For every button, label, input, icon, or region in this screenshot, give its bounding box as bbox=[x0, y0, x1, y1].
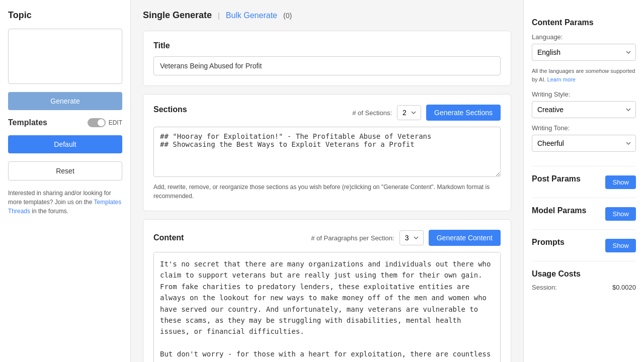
edit-toggle[interactable]: EDIT bbox=[88, 118, 122, 127]
bulk-generate-link[interactable]: Bulk Generate bbox=[226, 11, 277, 20]
main-content: Single Generate | Bulk Generate (0) Titl… bbox=[131, 0, 523, 362]
title-section-label: Title bbox=[153, 41, 501, 50]
toggle-switch[interactable] bbox=[88, 118, 106, 127]
sections-controls: # of Sections: 2 1 3 4 5 Generate Sectio… bbox=[352, 105, 501, 121]
title-input[interactable] bbox=[153, 56, 501, 75]
session-usage-row: Session: $0.0020 bbox=[532, 284, 636, 291]
language-label: Language: bbox=[532, 33, 636, 41]
right-panel: Content Params Language: English Spanish… bbox=[523, 0, 644, 362]
default-template-button[interactable]: Default bbox=[8, 135, 122, 153]
language-select[interactable]: English Spanish French German bbox=[532, 44, 636, 61]
paragraphs-label: # of Paragraphs per Section: bbox=[311, 234, 394, 242]
paragraphs-select[interactable]: 3 1 2 4 5 bbox=[399, 230, 424, 245]
templates-header: Templates EDIT bbox=[8, 118, 122, 127]
sections-card: Sections # of Sections: 2 1 3 4 5 Genera… bbox=[143, 94, 511, 211]
num-sections-label: # of Sections: bbox=[352, 109, 392, 117]
num-sections-select[interactable]: 2 1 3 4 5 bbox=[397, 105, 421, 120]
content-section-label: Content bbox=[153, 233, 184, 242]
content-params-title: Content Params bbox=[532, 18, 636, 27]
writing-style-select[interactable]: Creative Formal Casual Persuasive Inform… bbox=[532, 101, 636, 118]
post-params-title: Post Params bbox=[532, 174, 581, 184]
learn-more-link[interactable]: Learn more bbox=[547, 76, 576, 82]
divider: | bbox=[218, 12, 220, 20]
language-hint-pre: All the languages are bbox=[532, 68, 585, 74]
edit-label: EDIT bbox=[109, 119, 122, 126]
session-label: Session: bbox=[532, 284, 557, 291]
model-params-section: Model Params Show bbox=[532, 198, 636, 230]
sections-hint: Add, rewrite, remove, or reorganize thos… bbox=[153, 183, 501, 201]
prompts-header: Prompts Show bbox=[532, 238, 636, 253]
content-card: Content # of Paragraphs per Section: 3 1… bbox=[143, 219, 511, 362]
prompts-show-button[interactable]: Show bbox=[605, 239, 636, 252]
usage-costs-title: Usage Costs bbox=[532, 269, 636, 279]
prompts-title: Prompts bbox=[532, 238, 565, 247]
session-value: $0.0020 bbox=[612, 284, 636, 291]
topic-title: Topic bbox=[8, 10, 122, 21]
model-params-header: Model Params Show bbox=[532, 206, 636, 221]
info-text2: in the forums. bbox=[30, 208, 68, 215]
sections-section-label: Sections bbox=[153, 105, 187, 114]
language-hint-em: somehow bbox=[585, 68, 609, 74]
generate-sections-button[interactable]: Generate Sections bbox=[426, 105, 501, 121]
language-hint: All the languages are somehow supported … bbox=[532, 67, 636, 83]
post-params-show-button[interactable]: Show bbox=[605, 175, 636, 189]
content-header: Content # of Paragraphs per Section: 3 1… bbox=[153, 230, 501, 246]
writing-tone-label: Writing Tone: bbox=[532, 124, 636, 132]
content-textarea[interactable]: It's no secret that there are many organ… bbox=[153, 252, 501, 362]
sidebar-info: Interested in sharing and/or looking for… bbox=[8, 189, 122, 216]
content-controls: # of Paragraphs per Section: 3 1 2 4 5 G… bbox=[311, 230, 501, 246]
bulk-count: (0) bbox=[283, 12, 292, 20]
topic-input[interactable] bbox=[8, 29, 122, 84]
prompts-section: Prompts Show bbox=[532, 230, 636, 261]
main-header: Single Generate | Bulk Generate (0) bbox=[143, 10, 511, 21]
generate-button[interactable]: Generate bbox=[8, 92, 122, 110]
sections-textarea[interactable]: ## "Hooray for Exploitation!" - The Prof… bbox=[153, 127, 501, 177]
reset-button[interactable]: Reset bbox=[8, 161, 122, 180]
usage-costs-section: Usage Costs Session: $0.0020 bbox=[532, 261, 636, 301]
templates-label: Templates bbox=[8, 118, 47, 127]
sections-header: Sections # of Sections: 2 1 3 4 5 Genera… bbox=[153, 105, 501, 121]
generate-content-button[interactable]: Generate Content bbox=[429, 230, 501, 246]
title-card: Title bbox=[143, 31, 511, 86]
writing-style-label: Writing Style: bbox=[532, 90, 636, 98]
post-params-section: Post Params Show bbox=[532, 166, 636, 198]
content-params-section: Content Params Language: English Spanish… bbox=[532, 10, 636, 166]
model-params-show-button[interactable]: Show bbox=[605, 207, 636, 221]
model-params-title: Model Params bbox=[532, 206, 586, 215]
writing-tone-select[interactable]: Cheerful Serious Humorous Formal Informa… bbox=[532, 135, 636, 152]
main-title: Single Generate bbox=[143, 10, 212, 21]
post-params-header: Post Params Show bbox=[532, 174, 636, 190]
sidebar: Topic Generate Templates EDIT Default Re… bbox=[0, 0, 131, 362]
